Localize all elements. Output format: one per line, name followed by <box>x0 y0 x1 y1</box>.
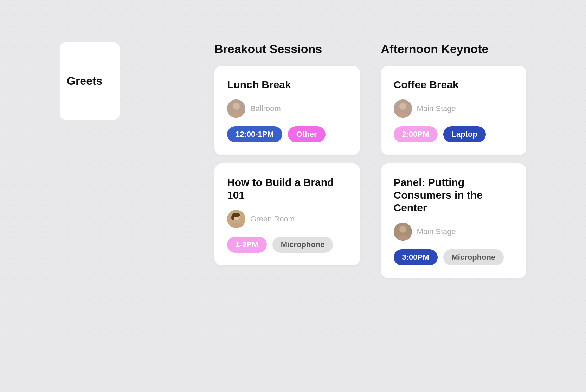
svg-point-12 <box>399 226 406 233</box>
card-coffee-break[interactable]: Coffee Break Main Stage 2:00PM <box>381 66 527 155</box>
tag-type-lunch: Other <box>288 126 326 142</box>
column-title-keynote: Afternoon Keynote <box>381 42 527 56</box>
card-panel[interactable]: Panel: Putting Consumers in the Center M… <box>381 163 527 278</box>
card-tags-lunch: 12:00-1PM Other <box>227 126 347 142</box>
columns-wrapper: Breakout Sessions Lunch Break Ball <box>214 42 526 278</box>
avatar-brand <box>227 210 245 228</box>
avatar-coffee <box>394 99 412 118</box>
location-brand: Green Room <box>250 214 295 224</box>
column-keynote: Afternoon Keynote Coffee Break Mai <box>381 42 527 278</box>
tag-time-brand: 1-2PM <box>227 237 267 253</box>
card-lunch-break[interactable]: Lunch Break Ballroom 12:00-1PM <box>214 66 360 155</box>
card-tags-brand: 1-2PM Microphone <box>227 237 347 253</box>
svg-point-7 <box>231 215 234 220</box>
tag-time-panel: 3:00PM <box>394 249 438 265</box>
column-title-breakout: Breakout Sessions <box>214 42 360 56</box>
tag-time-coffee: 2:00PM <box>394 126 438 142</box>
cards-list-breakout: Lunch Break Ballroom 12:00-1PM <box>214 66 360 265</box>
location-lunch: Ballroom <box>250 104 281 113</box>
cards-list-keynote: Coffee Break Main Stage 2:00PM <box>381 66 527 278</box>
card-location-row-panel: Main Stage <box>394 223 514 241</box>
card-location-row-brand: Green Room <box>227 210 347 228</box>
tag-type-brand: Microphone <box>272 237 333 253</box>
card-title-panel: Panel: Putting Consumers in the Center <box>394 176 514 214</box>
card-brand-101[interactable]: How to Build a Brand 101 <box>214 163 360 265</box>
card-location-row-coffee: Main Stage <box>394 99 514 118</box>
card-title-lunch: Lunch Break <box>227 78 347 91</box>
avatar-panel <box>394 223 412 241</box>
tag-type-panel: Microphone <box>443 249 504 265</box>
card-title-coffee: Coffee Break <box>394 78 514 91</box>
location-panel: Main Stage <box>417 227 456 236</box>
card-tags-coffee: 2:00PM Laptop <box>394 126 514 142</box>
partial-card-title: Greets <box>67 75 102 88</box>
avatar-lunch <box>227 99 245 118</box>
column-breakout: Breakout Sessions Lunch Break Ball <box>214 42 360 278</box>
tag-time-lunch: 12:00-1PM <box>227 126 282 142</box>
card-title-brand: How to Build a Brand 101 <box>227 176 347 201</box>
partial-card: Greets <box>60 42 120 120</box>
card-tags-panel: 3:00PM Microphone <box>394 249 514 265</box>
main-layout: Greets Breakout Sessions Lunch Break <box>0 0 586 278</box>
svg-point-9 <box>399 103 406 110</box>
card-location-row-lunch: Ballroom <box>227 99 347 118</box>
tag-type-coffee: Laptop <box>443 126 486 142</box>
svg-point-1 <box>233 103 240 110</box>
location-coffee: Main Stage <box>417 104 456 113</box>
